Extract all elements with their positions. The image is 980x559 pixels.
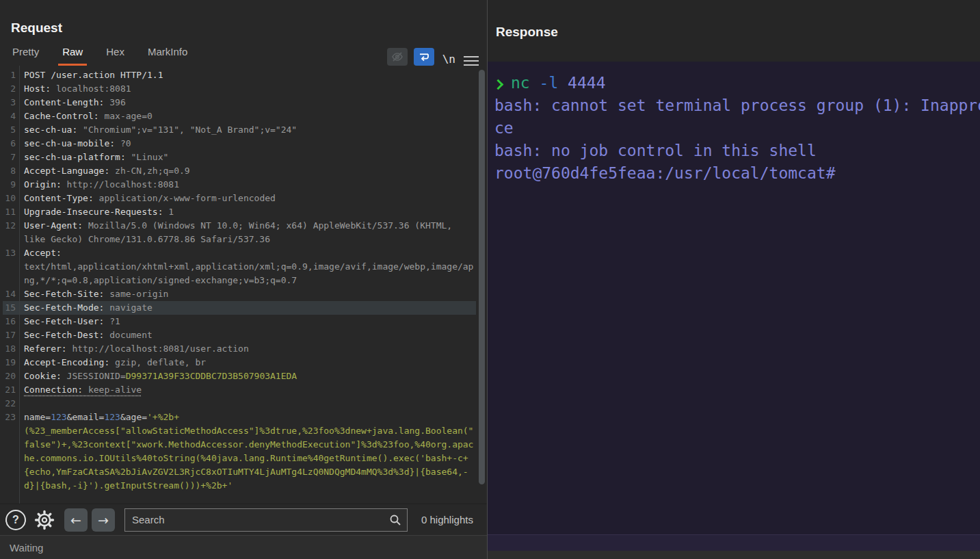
editor-line: 18Referer: http://localhost:8081/user.ac… bbox=[3, 342, 476, 356]
tab-raw[interactable]: Raw bbox=[58, 42, 87, 66]
editor-line: 1POST /user.action HTTP/1.1 bbox=[3, 68, 476, 82]
editor-line: 15Sec-Fetch-Mode: navigate bbox=[3, 301, 476, 315]
editor-line: 6sec-ch-ua-mobile: ?0 bbox=[3, 137, 476, 151]
editor-line: 4Cache-Control: max-age=0 bbox=[3, 109, 476, 123]
gear-icon[interactable] bbox=[33, 508, 56, 532]
search-box bbox=[124, 508, 408, 532]
request-editor-lines: 1POST /user.action HTTP/1.12Host: localh… bbox=[3, 68, 476, 493]
editor-line: 17Sec-Fetch-Dest: document bbox=[3, 328, 476, 342]
search-icon bbox=[388, 513, 402, 527]
editor-scrollbar[interactable] bbox=[479, 70, 485, 484]
editor-line: 20Cookie: JSESSIONID=D99371A39F33CDDBC7D… bbox=[3, 369, 476, 383]
tab-markinfo[interactable]: MarkInfo bbox=[144, 42, 191, 66]
eye-off-icon[interactable] bbox=[387, 48, 408, 66]
editor-line: 5sec-ch-ua: "Chromium";v="131", "Not_A B… bbox=[3, 123, 476, 137]
editor-line: 21Connection: keep-alive bbox=[3, 383, 476, 397]
terminal-output: nc -l 4444bash: cannot set terminal proc… bbox=[494, 72, 980, 185]
help-icon[interactable]: ? bbox=[5, 510, 26, 530]
terminal[interactable]: nc -l 4444bash: cannot set terminal proc… bbox=[488, 62, 980, 551]
response-panel: Response nc -l 4444bash: cannot set term… bbox=[488, 0, 980, 559]
menu-icon[interactable] bbox=[464, 56, 479, 66]
status-bar: Waiting bbox=[0, 535, 487, 559]
editor-line: 7sec-ch-ua-platform: "Linux" bbox=[3, 151, 476, 164]
terminal-line: ce bbox=[494, 117, 980, 140]
highlights-count: 0 highlights bbox=[421, 514, 473, 525]
prompt-chevron-icon bbox=[493, 79, 504, 90]
editor-line: 14Sec-Fetch-Site: same-origin bbox=[3, 287, 476, 301]
terminal-bottom-band bbox=[488, 534, 980, 551]
editor-line: 12User-Agent: Mozilla/5.0 (Windows NT 10… bbox=[3, 219, 476, 246]
terminal-line: root@760d4fe5feaa:/usr/local/tomcat# bbox=[494, 162, 980, 185]
search-input[interactable] bbox=[124, 508, 408, 532]
editor-line: 19Accept-Encoding: gzip, deflate, br bbox=[3, 356, 476, 369]
search-toolbar: ? ← → bbox=[0, 504, 487, 535]
editor-line: 16Sec-Fetch-User: ?1 bbox=[3, 315, 476, 328]
tab-hex[interactable]: Hex bbox=[102, 42, 129, 66]
response-title: Response bbox=[496, 25, 980, 40]
editor-line: 13Accept: text/html,application/xhtml+xm… bbox=[3, 246, 476, 287]
request-editor[interactable]: 1POST /user.action HTTP/1.12Host: localh… bbox=[0, 66, 487, 504]
editor-line: 8Accept-Language: zh-CN,zh;q=0.9 bbox=[3, 164, 476, 178]
terminal-line: bash: no job control in this shell bbox=[494, 140, 980, 162]
app-window: Request Pretty Raw Hex MarkInfo bbox=[0, 0, 980, 559]
previous-match-button[interactable]: ← bbox=[64, 508, 88, 532]
editor-line: 3Content-Length: 396 bbox=[3, 96, 476, 109]
terminal-line: bash: cannot set terminal process group … bbox=[494, 94, 980, 117]
next-match-button[interactable]: → bbox=[92, 508, 115, 532]
editor-line: 10Content-Type: application/x-www-form-u… bbox=[3, 192, 476, 205]
request-title: Request bbox=[11, 21, 487, 36]
gutter-separator bbox=[19, 66, 20, 504]
editor-line: 9Origin: http://localhost:8081 bbox=[3, 178, 476, 192]
request-panel: Request Pretty Raw Hex MarkInfo bbox=[0, 0, 488, 559]
editor-line: 23name=123&email=123&age='+%2b+(%23_memb… bbox=[3, 411, 476, 493]
editor-line: 2Host: localhost:8081 bbox=[3, 82, 476, 96]
editor-line: 11Upgrade-Insecure-Requests: 1 bbox=[3, 205, 476, 219]
editor-line: 22 bbox=[3, 397, 476, 411]
newline-icon[interactable]: \n bbox=[442, 53, 455, 66]
bottom-strip bbox=[488, 551, 980, 559]
terminal-prompt-line: nc -l 4444 bbox=[494, 72, 980, 94]
tab-pretty[interactable]: Pretty bbox=[8, 42, 43, 66]
request-tabs: Pretty Raw Hex MarkInfo \n bbox=[0, 37, 487, 66]
status-text: Waiting bbox=[10, 542, 43, 554]
word-wrap-icon[interactable] bbox=[414, 48, 434, 66]
